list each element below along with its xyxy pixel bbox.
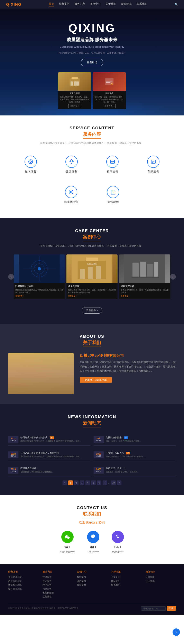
service-icon-design bbox=[65, 156, 78, 168]
svg-rect-62 bbox=[132, 276, 159, 278]
footer-col-5-item-1[interactable]: 公司新闻 bbox=[146, 576, 176, 579]
footer-col-2-item-4[interactable]: 代码出售 bbox=[42, 587, 73, 590]
hero-section: QIXING 质量塑造品牌 服务赢未来 Build brand with qua… bbox=[0, 9, 184, 116]
case-card-3-image bbox=[119, 254, 170, 283]
footer-col-1-item-1[interactable]: 酒店管理系统 bbox=[8, 576, 38, 579]
nav-item-home[interactable]: 首页 bbox=[49, 2, 54, 7]
case-more-button[interactable]: 查看更多 > bbox=[82, 307, 102, 314]
footer-email-input[interactable] bbox=[141, 606, 166, 611]
service-item-shop: 电商代运营 bbox=[52, 182, 90, 208]
pagination-prev[interactable]: < bbox=[63, 480, 67, 485]
case-card-3-more[interactable]: 查看更多 > bbox=[121, 295, 130, 298]
footer-col-2: 服务内容 技术服务 设计服务 程序出售 代码出售 电商代运营 运营课程 bbox=[42, 570, 73, 599]
svg-point-18 bbox=[71, 160, 73, 162]
footer-subscribe-button[interactable]: 订阅 bbox=[167, 606, 176, 611]
svg-line-22 bbox=[73, 161, 74, 162]
search-icon[interactable]: 🔍 bbox=[175, 3, 178, 6]
news-date-4: 2020 05/20 bbox=[94, 451, 104, 458]
pagination-page-4[interactable]: 4 bbox=[85, 480, 90, 485]
svg-line-21 bbox=[69, 161, 71, 162]
footer-col-1-item-4[interactable]: 资料管理系统 bbox=[8, 587, 38, 590]
service-item-tech: 技术服务 bbox=[12, 152, 49, 178]
service-item-design: 设计服务 bbox=[53, 152, 90, 178]
service-label-book: 运营课程 bbox=[107, 200, 119, 204]
case-card-3-text: 多类别资料整理归档、查询，为企业提供文档管理一站式解决方案 bbox=[121, 289, 169, 294]
hero-card-1-link[interactable]: 查看详情 > bbox=[68, 104, 81, 108]
pagination-page-3[interactable]: 3 bbox=[80, 480, 84, 485]
footer-col-2-item-1[interactable]: 技术服务 bbox=[42, 576, 73, 579]
pagination-page-1[interactable]: 1 bbox=[68, 480, 73, 485]
footer-col-3-item-3[interactable]: 教育案例 bbox=[77, 584, 107, 586]
case-prev-arrow[interactable]: ‹ bbox=[8, 274, 14, 280]
footer-col-3-item-1[interactable]: 数据案例 bbox=[77, 576, 107, 579]
pagination-page-7[interactable]: 7 bbox=[103, 480, 107, 485]
pagination-page-6[interactable]: 6 bbox=[97, 480, 101, 485]
news-excerpt-6: 追逐梦想，实现价值，我们一直在努力... bbox=[106, 470, 176, 473]
nav-links: 首页 经典案例 服务内容 案例中心 关于我们 新闻动态 联系我们 bbox=[49, 2, 147, 7]
footer-col-2-item-6[interactable]: 运营课程 bbox=[42, 595, 73, 598]
service-grid: 技术服务 设计服务 bbox=[12, 152, 172, 178]
case-next-arrow[interactable]: › bbox=[170, 274, 176, 280]
contact-wechat-label: VX： bbox=[64, 545, 71, 549]
hero-cards: 佰量云酒店 佰量云酒店小程序项目介绍，这是一款酒店预订、商城购物和订餐系统组合的… bbox=[0, 72, 184, 109]
case-section: CASE CENTER 案例中心 在共同的核心价值体系下，我们与企业及其求职者共… bbox=[0, 218, 184, 324]
news-item-3: 2020 06/15 公司达成与客户的签约仪式，有何种同 本司达成与某客户的签约… bbox=[8, 449, 90, 461]
about-company-name: 四川启星云创科技有限公司 bbox=[80, 353, 176, 358]
about-text-block: 四川启星云创科技有限公司 公司地址位于四川省雅安市名山区前进路59号，所提供互联… bbox=[80, 353, 176, 383]
nav-item-news[interactable]: 新闻动态 bbox=[121, 2, 132, 7]
contact-qq-value: 15210***** bbox=[87, 551, 99, 554]
footer-col-2-item-5[interactable]: 电商代运营 bbox=[42, 591, 73, 594]
case-card-1-more[interactable]: 查看更多 > bbox=[15, 295, 24, 298]
submit-message-button[interactable]: SUBMIT MESSAGE bbox=[80, 377, 112, 383]
footer-col-4-item-1[interactable]: 公司介绍 bbox=[111, 576, 142, 579]
nav-item-service[interactable]: 服务内容 bbox=[74, 2, 85, 7]
footer-col-2-item-2[interactable]: 设计服务 bbox=[42, 580, 73, 582]
hero-detail-button[interactable]: 查看详情 bbox=[81, 59, 103, 66]
hero-card-1: 佰量云酒店 佰量云酒店小程序项目介绍，这是一款酒店预订、商城购物和订餐系统组合的… bbox=[58, 72, 91, 109]
tel-icon bbox=[112, 531, 124, 543]
pagination-page-2[interactable]: 2 bbox=[74, 480, 78, 485]
hero-card-2-image bbox=[93, 72, 126, 91]
nav-item-case-center[interactable]: 案例中心 bbox=[90, 2, 101, 7]
service-label-code2: 代码出售 bbox=[148, 170, 159, 174]
nav-item-about[interactable]: 关于我们 bbox=[106, 2, 116, 7]
navigation: QIXING 首页 经典案例 服务内容 案例中心 关于我们 新闻动态 联系我们 … bbox=[0, 0, 184, 9]
footer-col-5: 新闻动态 公司新闻 行业资讯 bbox=[146, 570, 176, 599]
case-carousel: 数据智能解决方案 数据采集及数据分析系统，帮助企业实现产业升级，提升效率、提高盈… bbox=[8, 254, 176, 299]
svg-rect-61 bbox=[154, 262, 158, 277]
news-content-5: 有何种战胜困难 在困难面前，我们勇往直前，迎接挑战... bbox=[20, 467, 90, 473]
footer-col-2-item-3[interactable]: 程序出售 bbox=[42, 584, 73, 586]
footer-col-5-item-2[interactable]: 行业资讯 bbox=[146, 580, 176, 582]
case-card-2: 佰量云酒店 佰量云酒店 佰量云酒店小程序项目介绍，这是一款酒店预订、商城购物和订… bbox=[66, 254, 118, 299]
about-title-en: ABOUT US bbox=[8, 334, 176, 339]
news-title-3: 公司达成与客户的签约仪式，有何种同 bbox=[20, 451, 90, 454]
pagination-dots: ... bbox=[108, 482, 110, 484]
case-desc: 在共同的核心价值体系下，我们与企业及其求职者共同成长， 共同发展，实现真正意义的… bbox=[8, 244, 176, 248]
svg-rect-60 bbox=[147, 264, 153, 277]
service-icon-code2 bbox=[147, 156, 160, 168]
footer-col-1-item-2[interactable]: 教育综合系统 bbox=[8, 580, 38, 582]
footer-col-4-item-3[interactable]: 联系我们 bbox=[111, 584, 142, 586]
service-item-book: 运营课程 bbox=[94, 182, 132, 208]
footer-col-1: 经典案例 酒店管理系统 教育综合系统 数据智能系统 资料管理系统 bbox=[8, 570, 38, 599]
nav-item-contact[interactable]: 联系我们 bbox=[137, 2, 147, 7]
footer-copyright: © 2021 四川启星云创科技有限公司 版权所有 备案号：蜀ICP备202100… bbox=[8, 607, 78, 610]
case-card-2-body: 佰量云酒店 佰量云酒店小程序项目介绍，这是一款酒店预订、商城购物和订餐系统组合的… bbox=[66, 283, 118, 299]
pagination-next[interactable]: > bbox=[117, 480, 121, 485]
footer-col-3-item-2[interactable]: 酒店案例 bbox=[77, 580, 107, 582]
hero-card-2-link[interactable]: 查看详情 > bbox=[103, 104, 116, 108]
news-title-en: NEWS INFORMATION bbox=[8, 414, 176, 419]
about-header: ABOUT US 关于我们 bbox=[8, 334, 176, 347]
service-icon-tech bbox=[24, 156, 37, 168]
footer-col-1-item-3[interactable]: 数据智能系统 bbox=[8, 584, 38, 586]
nav-item-cases[interactable]: 经典案例 bbox=[59, 2, 69, 7]
pagination-page-10[interactable]: 10 bbox=[111, 480, 116, 485]
svg-rect-59 bbox=[140, 262, 146, 277]
case-card-2-more[interactable]: 查看更多 > bbox=[68, 295, 77, 298]
footer-subscribe: 订阅 bbox=[141, 606, 176, 611]
logo[interactable]: QIXING bbox=[6, 2, 21, 7]
news-header: NEWS INFORMATION 新闻动态 bbox=[8, 414, 176, 428]
news-date-6: 2020 03/05 bbox=[94, 467, 104, 474]
footer-col-4-item-2[interactable]: 团队介绍 bbox=[111, 580, 142, 582]
pagination-page-5[interactable]: 5 bbox=[91, 480, 96, 485]
